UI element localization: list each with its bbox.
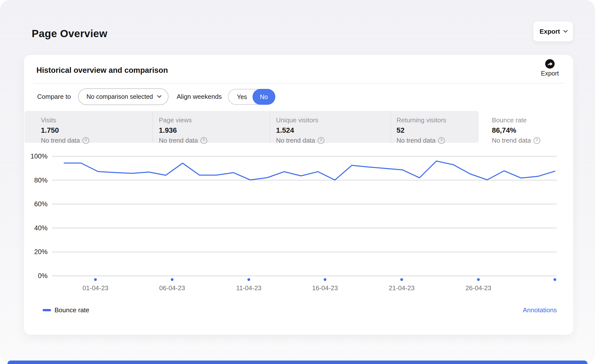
stat-tile-visits[interactable]: Visits 1.750 No trend data (25, 111, 153, 143)
stat-value: 1.750 (41, 125, 153, 135)
bounce-rate-line (64, 161, 555, 180)
stat-trend: No trend data (397, 135, 436, 146)
stat-label: Unique visitors (276, 115, 391, 125)
stat-trend: No trend data (159, 135, 198, 146)
x-axis-tick-dot (171, 278, 173, 281)
page-background: Page Overview Export Historical overview… (0, 0, 595, 364)
help-icon (83, 137, 89, 144)
stat-trend: No trend data (492, 135, 531, 146)
export-button-label: Export (539, 28, 560, 35)
chevron-down-icon (563, 28, 567, 32)
x-axis-tick-dot (324, 278, 326, 281)
x-axis-tick-label: 16-04-23 (312, 284, 338, 292)
historical-overview-card: Historical overview and comparison Expor… (24, 55, 573, 335)
legend-label: Bounce rate (55, 306, 89, 314)
x-axis-tick-dot (477, 278, 480, 281)
chart-canvas: 100%80%60%40%20%0%01-04-2306-04-2311-04-… (27, 152, 558, 295)
toggle-no-option[interactable]: No (253, 89, 275, 105)
stat-tile-page-views[interactable]: Page views 1.936 No trend data (153, 111, 270, 143)
stat-label: Visits (41, 115, 153, 125)
share-export-icon (545, 59, 555, 69)
x-axis-tick-label: 11-04-23 (236, 284, 261, 292)
x-axis-tick-label: 26-04-23 (465, 284, 491, 292)
bottom-blue-strip (7, 361, 588, 364)
header-divider (33, 83, 564, 83)
stat-trend: No trend data (276, 135, 315, 146)
compare-to-label: Compare to (37, 93, 71, 101)
y-axis-tick-label: 80% (34, 177, 48, 184)
stat-tile-returning-visitors[interactable]: Returning visitors 52 No trend data (391, 111, 479, 143)
page-title: Page Overview (32, 28, 107, 40)
legend-item-bounce-rate: Bounce rate (43, 306, 89, 314)
y-axis-tick-label: 40% (34, 224, 48, 232)
align-weekends-label: Align weekends (177, 93, 222, 101)
align-weekends-toggle[interactable]: Yes No (228, 89, 275, 105)
chevron-down-icon (157, 93, 162, 98)
help-icon (200, 137, 207, 144)
chart-controls: Compare to No comparison selected Align … (24, 88, 573, 106)
export-button[interactable]: Export (533, 22, 573, 41)
stat-label: Page views (159, 115, 270, 125)
stat-value: 52 (397, 125, 479, 135)
card-export-label: Export (541, 70, 559, 77)
stat-value: 1.936 (159, 125, 270, 135)
x-axis-tick-dot (94, 278, 97, 281)
stat-value: 1.524 (276, 125, 391, 135)
help-icon (534, 137, 540, 144)
stat-value: 86,74% (492, 125, 573, 135)
legend-swatch (43, 309, 51, 311)
stat-label: Bounce rate (492, 115, 573, 125)
bounce-rate-chart: 100%80%60%40%20%0%01-04-2306-04-2311-04-… (27, 152, 558, 295)
x-axis-tick-label: 21-04-23 (389, 284, 415, 292)
chart-footer: Bounce rate Annotations (24, 304, 573, 319)
stat-tile-bounce-rate[interactable]: Bounce rate 86,74% No trend data (479, 111, 573, 143)
comparison-dropdown[interactable]: No comparison selected (78, 88, 169, 105)
comparison-dropdown-value: No comparison selected (86, 93, 153, 100)
y-axis-tick-label: 100% (30, 153, 48, 160)
x-axis-tick-dot (400, 278, 403, 281)
stat-label: Returning visitors (397, 115, 479, 125)
card-title: Historical overview and comparison (36, 66, 168, 75)
toggle-yes-option[interactable]: Yes (228, 89, 253, 104)
card-export-action[interactable]: Export (541, 59, 559, 77)
help-icon (318, 137, 324, 144)
x-axis-tick-label: 06-04-23 (159, 284, 185, 292)
x-axis-tick-dot (554, 278, 556, 281)
stats-row: Visits 1.750 No trend data Page views 1.… (25, 111, 573, 143)
stat-trend: No trend data (41, 135, 80, 146)
help-icon (438, 137, 445, 144)
x-axis-tick-label: 01-04-23 (83, 284, 108, 292)
stat-tile-unique-visitors[interactable]: Unique visitors 1.524 No trend data (270, 111, 391, 143)
y-axis-tick-label: 20% (34, 248, 48, 256)
x-axis-tick-dot (248, 278, 250, 281)
annotations-link[interactable]: Annotations (523, 306, 557, 314)
y-axis-tick-label: 60% (34, 200, 48, 208)
y-axis-tick-label: 0% (38, 272, 48, 280)
